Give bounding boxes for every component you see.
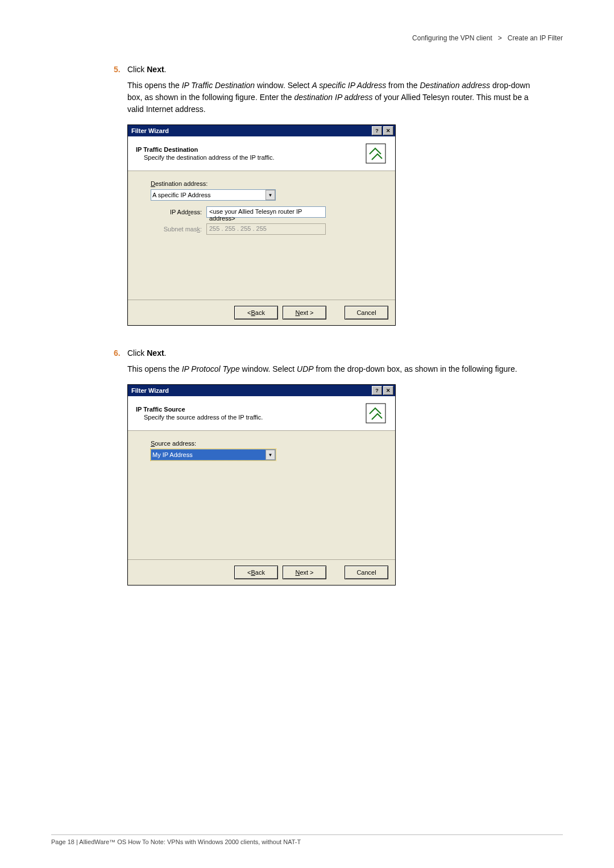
text: D [151, 180, 155, 187]
text: ack [255, 569, 265, 576]
text: ess: [190, 209, 202, 215]
text: ext > [300, 569, 313, 576]
chevron-down-icon[interactable]: ▼ [265, 190, 275, 200]
wizard-titlebar: Filter Wizard ? ✕ [128, 125, 395, 136]
help-icon[interactable]: ? [372, 126, 382, 135]
source-address-select[interactable]: My IP Address ▼ [151, 449, 276, 460]
step-instruction: Click Next. [127, 348, 166, 358]
text: B [251, 569, 255, 576]
text: . [164, 348, 167, 358]
cancel-button[interactable]: Cancel [345, 306, 388, 319]
back-button[interactable]: < Back [234, 306, 278, 319]
wizard-header-title: IP Traffic Source [136, 406, 263, 413]
text: N [295, 569, 300, 576]
wizard-header-title: IP Traffic Destination [136, 146, 275, 153]
text: IP Add [170, 209, 188, 215]
text: : [200, 226, 202, 232]
step-instruction: Click Next. [127, 65, 166, 74]
wizard-banner-icon [364, 402, 387, 425]
step-paragraph: This opens the IP Traffic Destination wi… [127, 80, 546, 115]
breadcrumb-sep: > [498, 34, 502, 42]
next-button[interactable]: Next > [283, 306, 326, 319]
back-button[interactable]: < Back [234, 566, 278, 579]
breadcrumb-section: Configuring the VPN client [412, 34, 492, 42]
text: Click [127, 348, 147, 358]
subnet-mask-input: 255 . 255 . 255 . 255 [206, 223, 326, 235]
help-icon[interactable]: ? [372, 386, 382, 395]
cancel-button[interactable]: Cancel [345, 566, 388, 579]
source-address-label: Source address: [151, 440, 372, 447]
subnet-mask-label: Subnet mask: [151, 226, 202, 232]
close-icon[interactable]: ✕ [383, 126, 393, 135]
filter-wizard-destination: Filter Wizard ? ✕ IP Traffic Destination… [127, 124, 396, 326]
destination-address-label: Destination address: [151, 180, 372, 187]
text: . [164, 65, 167, 74]
wizard-titlebar: Filter Wizard ? ✕ [128, 385, 395, 396]
text-bold: Next [147, 348, 164, 358]
svg-rect-0 [366, 144, 385, 163]
wizard-header-sub: Specify the source address of the IP tra… [144, 414, 263, 421]
text: Click [127, 65, 147, 74]
wizard-title: Filter Wizard [131, 387, 169, 394]
step-number: 6. [114, 348, 127, 358]
next-button[interactable]: Next > [283, 566, 326, 579]
select-value: A specific IP Address [152, 192, 211, 198]
text: ack [255, 309, 265, 316]
wizard-header: IP Traffic Destination Specify the desti… [128, 136, 395, 171]
filter-wizard-source: Filter Wizard ? ✕ IP Traffic Source Spec… [127, 384, 396, 585]
step-paragraph: This opens the IP Protocol Type window. … [127, 363, 546, 375]
wizard-title: Filter Wizard [131, 127, 169, 134]
breadcrumb: Configuring the VPN client > Create an I… [51, 34, 563, 42]
close-icon[interactable]: ✕ [383, 386, 393, 395]
step-number: 5. [114, 65, 127, 74]
breadcrumb-page: Create an IP Filter [508, 34, 563, 42]
destination-address-select[interactable]: A specific IP Address ▼ [151, 189, 276, 201]
select-value: My IP Address [152, 451, 193, 458]
text: ext > [300, 309, 313, 316]
text: N [295, 309, 300, 316]
svg-rect-1 [366, 404, 385, 423]
text: Subnet mas [164, 226, 197, 232]
wizard-header-sub: Specify the destination address of the I… [144, 154, 275, 161]
ip-address-label: IP Address: [151, 209, 202, 215]
text: B [251, 309, 255, 316]
text: ource address: [155, 440, 196, 447]
chevron-down-icon[interactable]: ▼ [265, 450, 275, 460]
wizard-header: IP Traffic Source Specify the source add… [128, 396, 395, 431]
page-footer: Page 18 | AlliedWare™ OS How To Note: VP… [51, 834, 563, 845]
wizard-banner-icon [364, 142, 387, 165]
text-bold: Next [147, 65, 164, 74]
text: estination address: [155, 180, 208, 187]
ip-address-input[interactable]: <use your Allied Telesyn router IP addre… [206, 206, 326, 218]
